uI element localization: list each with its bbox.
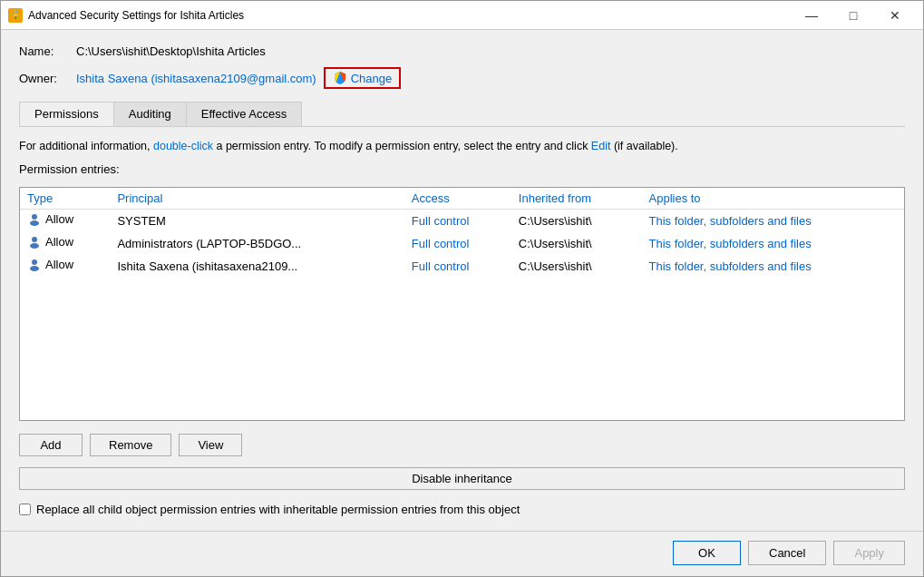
cell-principal: Administrators (LAPTOP-B5DGO... <box>110 232 404 255</box>
add-button[interactable]: Add <box>19 434 83 456</box>
tab-permissions[interactable]: Permissions <box>19 102 114 126</box>
title-bar: 🔒 Advanced Security Settings for Ishita … <box>1 1 923 30</box>
cell-inherited: C:\Users\ishit\ <box>511 255 642 278</box>
disable-inheritance-button[interactable]: Disable inheritance <box>19 467 905 490</box>
tab-auditing[interactable]: Auditing <box>113 102 187 126</box>
cell-inherited: C:\Users\ishit\ <box>511 209 642 232</box>
owner-row: Owner: Ishita Saxena (ishitasaxena2109@g… <box>19 67 905 89</box>
permission-entries-label: Permission entries: <box>19 162 905 176</box>
svg-point-0 <box>32 214 37 220</box>
minimize-button[interactable]: — <box>791 1 832 30</box>
window-controls: — □ ✕ <box>791 1 916 30</box>
permissions-table: Type Principal Access Inherited from App… <box>20 188 904 278</box>
col-header-type: Type <box>20 188 110 210</box>
owner-label: Owner: <box>19 72 69 85</box>
maximize-button[interactable]: □ <box>832 1 874 30</box>
cell-type: Allow <box>20 255 110 278</box>
table-row[interactable]: Allow Administrators (LAPTOP-B5DGO...Ful… <box>20 232 904 255</box>
tab-effective-access[interactable]: Effective Access <box>186 102 302 126</box>
info-text: For additional information, double-click… <box>19 138 905 155</box>
cell-principal: SYSTEM <box>110 209 404 232</box>
apply-button[interactable]: Apply <box>833 541 905 565</box>
remove-button[interactable]: Remove <box>90 434 171 456</box>
col-header-access: Access <box>404 188 511 210</box>
main-window: 🔒 Advanced Security Settings for Ishita … <box>0 0 924 577</box>
close-button[interactable]: ✕ <box>874 1 916 30</box>
owner-value: Ishita Saxena (ishitasaxena2109@gmail.co… <box>76 72 316 85</box>
footer: OK Cancel Apply <box>1 531 923 576</box>
shield-icon <box>333 71 347 85</box>
cell-access: Full control <box>404 232 511 255</box>
cell-applies: This folder, subfolders and files <box>642 255 905 278</box>
change-button[interactable]: Change <box>324 67 402 89</box>
window-icon: 🔒 <box>8 8 23 23</box>
cell-access: Full control <box>404 255 511 278</box>
svg-point-4 <box>32 259 37 265</box>
user-icon <box>27 258 42 272</box>
table-action-buttons: Add Remove View <box>19 434 905 456</box>
svg-point-2 <box>32 237 37 242</box>
permissions-table-container: Type Principal Access Inherited from App… <box>19 187 905 421</box>
cell-inherited: C:\Users\ishit\ <box>511 232 642 255</box>
double-click-text: double-click <box>153 140 213 152</box>
name-row: Name: C:\Users\ishit\Desktop\Ishita Arti… <box>19 44 905 58</box>
replace-checkbox-row: Replace all child object permission entr… <box>19 503 905 516</box>
cell-type: Allow <box>20 209 110 232</box>
cell-principal: Ishita Saxena (ishitasaxena2109... <box>110 255 404 278</box>
user-icon <box>27 235 42 249</box>
ok-button[interactable]: OK <box>673 541 741 565</box>
table-row[interactable]: Allow SYSTEMFull controlC:\Users\ishit\T… <box>20 209 904 232</box>
cell-access: Full control <box>404 209 511 232</box>
edit-link[interactable]: Edit <box>591 140 611 152</box>
replace-checkbox-label: Replace all child object permission entr… <box>36 503 520 516</box>
change-label: Change <box>351 72 393 85</box>
cell-type: Allow <box>20 232 110 255</box>
main-content: Name: C:\Users\ishit\Desktop\Ishita Arti… <box>1 30 923 531</box>
cancel-button[interactable]: Cancel <box>748 541 826 565</box>
tabs-bar: Permissions Auditing Effective Access <box>19 102 905 127</box>
user-icon <box>27 212 42 227</box>
col-header-inherited: Inherited from <box>511 188 642 210</box>
col-header-applies: Applies to <box>642 188 905 210</box>
view-button[interactable]: View <box>179 434 242 456</box>
window-title: Advanced Security Settings for Ishita Ar… <box>28 9 791 22</box>
name-value: C:\Users\ishit\Desktop\Ishita Articles <box>76 44 266 58</box>
table-row[interactable]: Allow Ishita Saxena (ishitasaxena2109...… <box>20 255 904 278</box>
replace-checkbox[interactable] <box>19 504 31 515</box>
cell-applies: This folder, subfolders and files <box>642 209 905 232</box>
col-header-principal: Principal <box>110 188 404 210</box>
svg-point-1 <box>30 220 39 226</box>
cell-applies: This folder, subfolders and files <box>642 232 905 255</box>
svg-point-3 <box>30 243 39 249</box>
name-label: Name: <box>19 44 69 58</box>
